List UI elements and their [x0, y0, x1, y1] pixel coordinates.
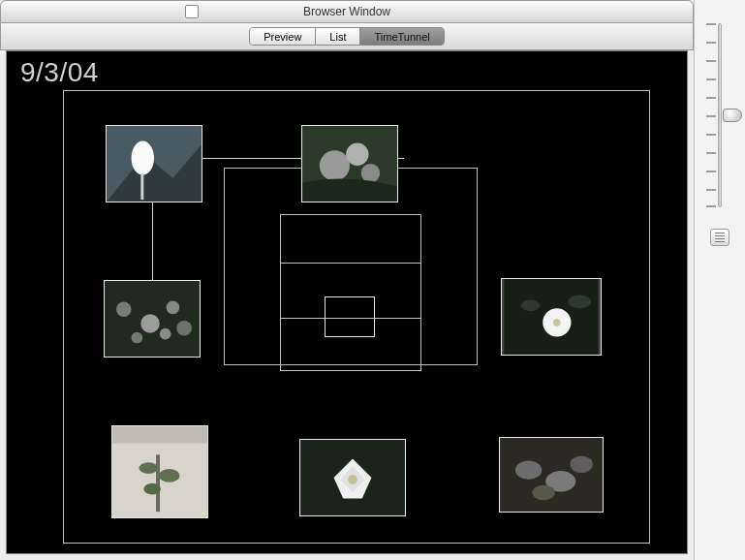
view-mode-segment: Preview List TimeTunnel — [249, 27, 445, 46]
thumb-red-flowers-leaves[interactable] — [499, 437, 604, 513]
svg-point-9 — [116, 301, 132, 317]
list-icon — [715, 233, 725, 242]
tab-list[interactable]: List — [316, 28, 360, 45]
thumb-plant-wall[interactable] — [111, 425, 208, 518]
thumb-garden-cluster[interactable] — [104, 280, 201, 358]
toolbar: Preview List TimeTunnel — [0, 23, 694, 50]
svg-point-25 — [143, 483, 161, 495]
svg-rect-3 — [140, 173, 143, 200]
slider-track — [718, 23, 722, 207]
tab-preview[interactable]: Preview — [250, 28, 316, 45]
grid-options-button[interactable] — [710, 229, 729, 246]
document-icon — [185, 5, 199, 18]
svg-point-7 — [361, 164, 381, 183]
svg-point-17 — [553, 319, 561, 327]
slider-tick — [706, 205, 716, 207]
timetunnel-canvas: 9/3/04 — [6, 50, 688, 554]
svg-point-19 — [569, 296, 591, 309]
slider-thumb[interactable] — [723, 109, 742, 122]
slider-tick — [706, 60, 716, 62]
date-label: 9/3/04 — [20, 57, 99, 88]
zoom-slider[interactable] — [709, 23, 730, 207]
svg-point-14 — [176, 321, 192, 336]
svg-rect-21 — [112, 426, 207, 444]
slider-tick — [706, 97, 716, 99]
window-title: Browser Window — [303, 5, 390, 18]
svg-point-12 — [132, 332, 143, 344]
thumb-lily[interactable] — [299, 439, 406, 516]
svg-point-32 — [533, 485, 555, 501]
slider-tick — [706, 152, 716, 154]
slider-tick — [706, 115, 716, 117]
svg-point-11 — [167, 300, 180, 314]
tab-timetunnel[interactable]: TimeTunnel — [360, 28, 443, 45]
side-panel — [694, 0, 745, 560]
slider-tick — [706, 134, 716, 136]
svg-point-5 — [320, 150, 350, 180]
svg-point-2 — [132, 141, 154, 175]
svg-point-24 — [159, 469, 180, 482]
connector — [152, 202, 153, 280]
slider-tick — [706, 23, 716, 25]
thumb-white-flower-1[interactable] — [106, 125, 202, 202]
svg-rect-22 — [156, 454, 160, 512]
svg-point-10 — [140, 314, 160, 333]
thumb-white-flower-dark[interactable] — [501, 278, 602, 356]
tunnel-frame-5 — [325, 296, 375, 337]
svg-point-18 — [521, 299, 541, 311]
slider-tick — [706, 189, 716, 191]
slider-tick — [706, 42, 716, 44]
thumb-pink-flowers[interactable] — [301, 125, 398, 202]
svg-point-13 — [160, 328, 171, 340]
svg-point-29 — [515, 460, 542, 479]
svg-point-23 — [139, 462, 158, 474]
slider-tick — [706, 78, 716, 80]
window-titlebar[interactable]: Browser Window — [0, 0, 694, 23]
svg-point-6 — [346, 143, 368, 166]
slider-tick — [706, 171, 716, 172]
svg-point-27 — [348, 475, 357, 484]
svg-point-31 — [570, 456, 592, 474]
